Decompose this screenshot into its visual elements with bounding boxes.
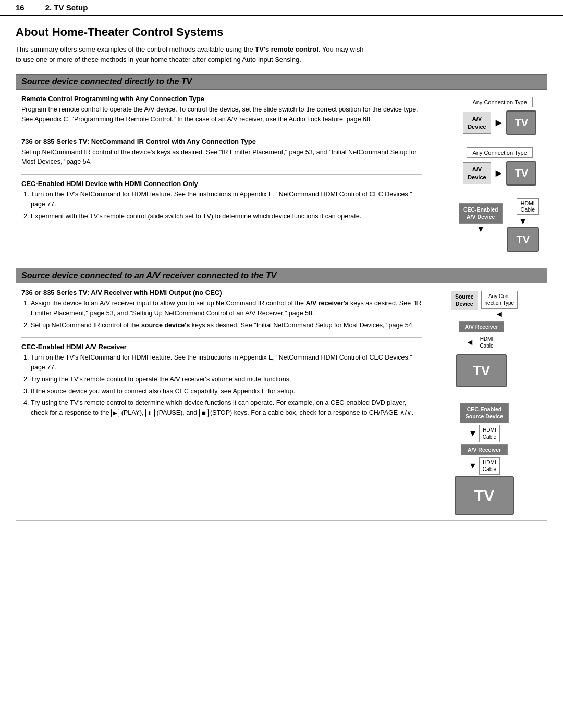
diag2-tv: TV bbox=[506, 161, 536, 186]
diag3-hdmi-label: HDMICable bbox=[517, 198, 539, 215]
divider-2 bbox=[21, 174, 422, 175]
section2-text: 736 or 835 Series TV: A/V Receiver with … bbox=[21, 289, 422, 515]
divider-1 bbox=[21, 132, 422, 132]
section1-diagrams: Any Connection Type A/VDevice ► TV Any C… bbox=[427, 95, 542, 252]
subsection-cec-avr-title: CEC-Enabled HDMI A/V Receiver bbox=[21, 343, 422, 351]
diagram-cec-hdmi: CEC-EnabledA/V Device ▼ HDMICable ▼ TV bbox=[459, 198, 539, 252]
divider-3 bbox=[21, 337, 422, 338]
subsection-remote-control: Remote Control Programming with Any Conn… bbox=[21, 95, 422, 125]
stop-icon: ⏹ bbox=[199, 409, 209, 417]
diag5-source: CEC-EnabledSource Device bbox=[460, 403, 509, 423]
diag1-tv: TV bbox=[506, 110, 536, 135]
subsection-cec-avr-body: Turn on the TV's NetCommand for HDMI fea… bbox=[21, 353, 422, 418]
pause-icon: ⏸ bbox=[145, 409, 155, 417]
subsection-remote-body: Program the remote control to operate th… bbox=[21, 105, 422, 125]
diag3-arrow2: ▼ bbox=[519, 217, 527, 226]
section1-content: Remote Control Programming with Any Conn… bbox=[16, 90, 547, 257]
section-1: Source device connected directly to the … bbox=[16, 74, 547, 257]
diagram-any-connection-2: Any Connection Type A/VDevice ► TV bbox=[463, 147, 536, 186]
subsection-cec-hdmi: CEC-Enabled HDMI Device with HDMI Connec… bbox=[21, 180, 422, 221]
diag5-arrow1: ▼ bbox=[469, 429, 477, 438]
play-icon: ▶ bbox=[111, 409, 119, 417]
diag1-arrow: ► bbox=[494, 117, 504, 129]
diag4-source: SourceDevice bbox=[451, 291, 478, 310]
diag4-arrow1: ◄ bbox=[495, 310, 504, 319]
section-2: Source device connected to an A/V receiv… bbox=[16, 268, 547, 521]
diag3-device: CEC-EnabledA/V Device bbox=[459, 203, 503, 224]
diag5-arrow2: ▼ bbox=[469, 461, 477, 471]
diag4-hdmi: HDMICable bbox=[476, 334, 497, 351]
diagram-any-connection-1: Any Connection Type A/VDevice ► TV bbox=[463, 97, 536, 135]
section1-row: Remote Control Programming with Any Conn… bbox=[21, 95, 542, 252]
diag1-top-label: Any Connection Type bbox=[467, 97, 532, 107]
diag4-any-con: Any Con-nection Type bbox=[481, 291, 518, 309]
diag3-arrow1: ▼ bbox=[476, 225, 485, 234]
diag2-arrow: ► bbox=[494, 167, 504, 179]
section1-text: Remote Control Programming with Any Conn… bbox=[21, 95, 422, 252]
diag2-device: A/VDevice bbox=[463, 162, 491, 184]
section2-banner: Source device connected to an A/V receiv… bbox=[16, 268, 547, 283]
subsection-cec-body: Turn on the TV's NetCommand for HDMI fea… bbox=[21, 190, 422, 221]
subsection-cec-title: CEC-Enabled HDMI Device with HDMI Connec… bbox=[21, 180, 422, 188]
diag5-hdmi2: HDMICable bbox=[479, 457, 500, 475]
diag3-tv: TV bbox=[507, 227, 539, 252]
subsection-netcommand-ir: 736 or 835 Series TV: NetCommand IR Cont… bbox=[21, 138, 422, 167]
diagram-avr-hdmi: SourceDevice Any Con-nection Type ◄ A/V … bbox=[451, 291, 518, 387]
diagram-cec-avr: CEC-EnabledSource Device ▼ HDMICable A/V… bbox=[455, 403, 514, 515]
diag5-hdmi1: HDMICable bbox=[479, 425, 500, 442]
subsection-avr-body: Assign the device to an A/V receiver inp… bbox=[21, 299, 422, 330]
main-title: About Home-Theater Control Systems bbox=[16, 26, 547, 39]
diag4-avr: A/V Receiver bbox=[459, 321, 504, 332]
page-header: 16 2. TV Setup bbox=[0, 0, 563, 16]
section2-content: 736 or 835 Series TV: A/V Receiver with … bbox=[16, 283, 547, 521]
diag2-top-label: Any Connection Type bbox=[467, 147, 532, 158]
subsection-cec-avr: CEC-Enabled HDMI A/V Receiver Turn on th… bbox=[21, 343, 422, 418]
subsection-ir-body: Set up NetCommand IR control of the devi… bbox=[21, 147, 422, 167]
subsection-remote-title: Remote Control Programming with Any Conn… bbox=[21, 95, 422, 103]
subsection-avr-title: 736 or 835 Series TV: A/V Receiver with … bbox=[21, 289, 422, 297]
section1-banner: Source device connected directly to the … bbox=[16, 74, 547, 90]
page-chapter: 2. TV Setup bbox=[45, 3, 88, 12]
page-number: 16 bbox=[16, 3, 25, 12]
diag5-avr: A/V Receiver bbox=[461, 444, 508, 455]
section2-diagrams: SourceDevice Any Con-nection Type ◄ A/V … bbox=[427, 289, 542, 515]
diag4-tv: TV bbox=[456, 354, 507, 387]
section2-row: 736 or 835 Series TV: A/V Receiver with … bbox=[21, 289, 542, 515]
diag4-arrow2: ◄ bbox=[466, 338, 474, 347]
subsection-avr-hdmi: 736 or 835 Series TV: A/V Receiver with … bbox=[21, 289, 422, 330]
diag5-tv: TV bbox=[455, 476, 514, 515]
intro-text: This summary offers some examples of the… bbox=[16, 44, 370, 65]
subsection-ir-title: 736 or 835 Series TV: NetCommand IR Cont… bbox=[21, 138, 422, 145]
diag1-device: A/VDevice bbox=[463, 112, 491, 134]
